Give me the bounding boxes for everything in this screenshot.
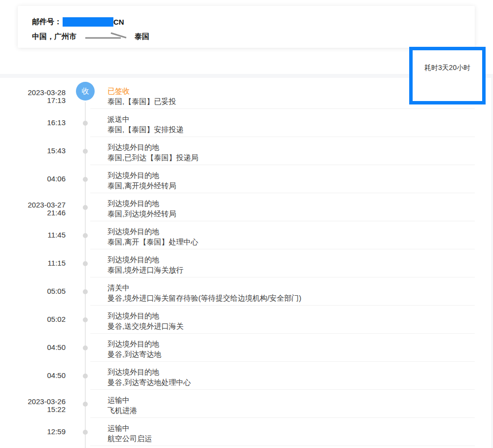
timeline-time: 04:50 xyxy=(0,372,66,379)
timeline-date: 2023-03-27 xyxy=(0,201,66,208)
timeline-timestamp: 04:06 xyxy=(0,165,66,193)
timeline-item: 16:13 收 派送中 泰国,【泰国】安排投递 xyxy=(0,109,493,137)
timeline-description: 泰国,境外进口海关放行 xyxy=(107,265,475,275)
timeline-description: 曼谷,送交境外进口海关 xyxy=(107,321,475,331)
timeline-description: 泰国,到达境外经转局 xyxy=(107,209,475,219)
timeline-content: 到达境外目的地 泰国,到达境外经转局 xyxy=(90,193,475,221)
timeline-status: 到达境外目的地 xyxy=(107,367,475,377)
tracking-page: 邮件号： CN 中国，广州市 泰国 耗时3天20小时 2023-03-28 17… xyxy=(0,0,493,448)
timeline-status: 到达境外目的地 xyxy=(107,171,475,180)
timeline-status: 到达境外目的地 xyxy=(107,311,475,321)
timeline-timestamp: 05:02 xyxy=(0,306,66,334)
timeline-dot-icon xyxy=(83,317,88,322)
timeline-axis: 收 xyxy=(66,390,90,418)
timeline-time: 11:45 xyxy=(0,231,66,239)
mail-number-label: 邮件号： xyxy=(32,17,62,27)
timeline-time: 15:22 xyxy=(0,406,66,413)
timeline-item: 12:59 收 运输中 航空公司启运 xyxy=(0,418,493,446)
timeline-dot-icon xyxy=(83,430,88,435)
timeline-dot-icon xyxy=(83,402,88,407)
timeline-status: 运输中 xyxy=(107,395,475,405)
timeline-axis: 收 xyxy=(66,277,90,306)
timeline-date: 2023-03-28 xyxy=(0,89,66,96)
timeline-content: 到达境外目的地 泰国,境外进口海关放行 xyxy=(90,249,475,277)
timeline-axis: 收 xyxy=(66,81,90,109)
mail-number-suffix: CN xyxy=(113,18,124,26)
timeline-dot-icon xyxy=(83,261,88,266)
timeline-description: 曼谷,到达寄达地 xyxy=(107,349,475,359)
timeline-time: 21:46 xyxy=(0,209,66,216)
tracking-timeline: 2023-03-28 17:13 收 已签收 泰国,【泰国】已妥投 16:13 … xyxy=(0,78,493,448)
timeline-status: 到达境外目的地 xyxy=(107,199,475,208)
timeline-status: 到达境外目的地 xyxy=(107,339,475,349)
elapsed-time-highlight-box: 耗时3天20小时 xyxy=(409,47,486,104)
route-line: 中国，广州市 泰国 xyxy=(32,31,475,42)
timeline-timestamp: 11:15 xyxy=(0,249,66,277)
timeline-time: 04:06 xyxy=(0,175,66,182)
timeline-dot-icon xyxy=(83,345,88,350)
timeline-description: 航空公司启运 xyxy=(107,434,475,444)
timeline-axis: 收 xyxy=(66,334,90,362)
timeline-axis: 收 xyxy=(66,306,90,334)
timeline-time: 16:13 xyxy=(0,119,66,126)
timeline-time: 11:15 xyxy=(0,259,66,267)
timeline-content: 到达境外目的地 泰国,已到达【泰国】投递局 xyxy=(90,137,475,165)
timeline-description: 曼谷,境外进口海关留存待验(等待提交给边境机构/安全部门) xyxy=(107,293,475,303)
timeline-timestamp: 2023-03-27 21:46 xyxy=(0,193,66,221)
timeline-timestamp: 04:50 xyxy=(0,334,66,362)
timeline-time: 05:05 xyxy=(0,287,66,295)
route-arrow-icon xyxy=(84,31,128,42)
timeline-content: 到达境外目的地 曼谷,到达寄达地 xyxy=(90,334,475,362)
timeline-status: 清关中 xyxy=(107,283,475,293)
timeline-axis: 收 xyxy=(66,193,90,221)
timeline-axis: 收 xyxy=(66,249,90,277)
timeline-item: 04:50 收 到达境外目的地 曼谷,到达寄达地 xyxy=(0,334,493,362)
timeline-timestamp: 15:43 xyxy=(0,137,66,165)
timeline-content: 到达境外目的地 泰国,离开境外经转局 xyxy=(90,165,475,193)
timeline-item: 11:15 收 到达境外目的地 泰国,境外进口海关放行 xyxy=(0,249,493,277)
mail-number-redacted xyxy=(63,17,113,27)
timeline-content: 到达境外目的地 曼谷,到达寄达地处理中心 xyxy=(90,362,475,390)
timeline-time: 17:13 xyxy=(0,97,66,104)
timeline-time: 12:59 xyxy=(0,428,66,435)
timeline-item: 04:06 收 到达境外目的地 泰国,离开境外经转局 xyxy=(0,165,493,193)
timeline-axis: 收 xyxy=(66,137,90,165)
timeline-time: 04:50 xyxy=(0,344,66,351)
timeline-item: 15:43 收 到达境外目的地 泰国,已到达【泰国】投递局 xyxy=(0,137,493,165)
timeline-timestamp: 2023-03-28 17:13 xyxy=(0,81,66,109)
timeline-timestamp: 2023-03-26 15:22 xyxy=(0,390,66,418)
timeline-dot-icon xyxy=(83,205,88,210)
timeline-content: 派送中 泰国,【泰国】安排投递 xyxy=(90,109,475,137)
timeline-dot-icon xyxy=(83,121,88,126)
timeline-timestamp: 16:13 xyxy=(0,109,66,137)
timeline-content: 清关中 曼谷,境外进口海关留存待验(等待提交给边境机构/安全部门) xyxy=(90,277,475,306)
timeline-content: 运输中 航空公司启运 xyxy=(90,418,475,446)
timeline-status: 到达境外目的地 xyxy=(107,142,475,152)
timeline-dot-icon xyxy=(83,289,88,294)
timeline-item: 05:02 收 到达境外目的地 曼谷,送交境外进口海关 xyxy=(0,306,493,334)
timeline-item: 04:50 收 到达境外目的地 曼谷,到达寄达地处理中心 xyxy=(0,362,493,390)
timeline-time: 15:43 xyxy=(0,147,66,154)
timeline-date: 2023-03-26 xyxy=(0,398,66,405)
timeline-dot-icon xyxy=(83,233,88,238)
timeline-time: 05:02 xyxy=(0,315,66,323)
timeline-content: 运输中 飞机进港 xyxy=(90,390,475,418)
origin-label: 中国，广州市 xyxy=(32,32,76,41)
timeline-axis: 收 xyxy=(66,418,90,446)
timeline-status: 运输中 xyxy=(107,423,475,433)
timeline-axis: 收 xyxy=(66,109,90,137)
timeline-item: 2023-03-27 21:46 收 到达境外目的地 泰国,到达境外经转局 xyxy=(0,193,493,221)
timeline-axis: 收 xyxy=(66,362,90,390)
timeline-timestamp: 11:45 xyxy=(0,221,66,249)
timeline-rows: 2023-03-28 17:13 收 已签收 泰国,【泰国】已妥投 16:13 … xyxy=(0,81,493,446)
timeline-dot-icon xyxy=(83,149,88,154)
timeline-description: 曼谷,到达寄达地处理中心 xyxy=(107,378,475,387)
timeline-description: 泰国,【泰国】安排投递 xyxy=(107,125,475,135)
timeline-description: 飞机进港 xyxy=(107,406,475,415)
timeline-description: 泰国,离开【泰国】处理中心 xyxy=(107,237,475,247)
timeline-timestamp: 12:59 xyxy=(0,418,66,446)
timeline-item: 05:05 收 清关中 曼谷,境外进口海关留存待验(等待提交给边境机构/安全部门… xyxy=(0,277,493,306)
timeline-dot-icon xyxy=(83,177,88,182)
timeline-axis: 收 xyxy=(66,165,90,193)
shipment-header-card: 邮件号： CN 中国，广州市 泰国 xyxy=(18,6,475,48)
